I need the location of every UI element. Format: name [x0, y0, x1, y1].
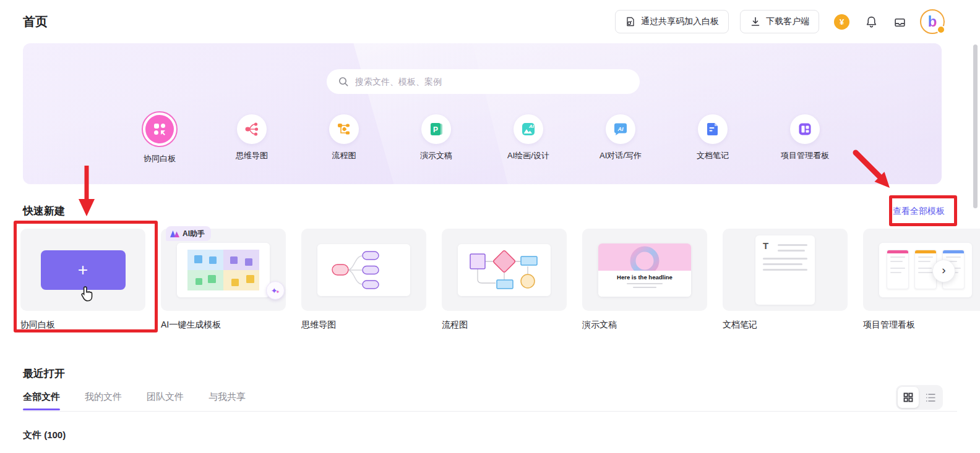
- slide-preview: Here is the headline: [598, 243, 691, 297]
- app-ai-design[interactable]: AI AI绘画/设计: [502, 111, 555, 164]
- plus-icon: +: [78, 261, 88, 279]
- recent-title: 最近打开: [23, 366, 65, 381]
- slide-hero-image: [598, 243, 691, 271]
- whiteboard-icon: [152, 122, 167, 137]
- avatar-badge-icon: [937, 25, 945, 34]
- print-icon: [893, 15, 906, 28]
- active-ring: [142, 111, 178, 147]
- download-client-label: 下载客户端: [766, 16, 809, 27]
- app-label: AI对话/写作: [600, 150, 642, 161]
- search-bar[interactable]: [327, 69, 640, 94]
- chevron-right-icon: ›: [942, 263, 945, 277]
- bell-icon: [865, 15, 878, 28]
- kanban-icon: [797, 122, 812, 137]
- carousel-next-button[interactable]: ›: [932, 260, 955, 282]
- app-label: 项目管理看板: [781, 150, 829, 161]
- tab-shared-with-me[interactable]: 与我共享: [208, 391, 246, 410]
- app-kanban[interactable]: 项目管理看板: [778, 111, 832, 164]
- svg-text:AI: AI: [617, 126, 624, 132]
- grid-view-icon: [903, 392, 913, 402]
- grid-view-button[interactable]: [898, 387, 919, 408]
- card-new-whiteboard[interactable]: + 协同白板: [20, 229, 145, 331]
- card-label: 协同白板: [20, 320, 145, 331]
- app-label: 协同白板: [144, 153, 176, 164]
- card-label: 演示文稿: [582, 320, 707, 331]
- card-label: 流程图: [442, 320, 567, 331]
- app-label: 流程图: [332, 150, 356, 161]
- quick-create-cards: + 协同白板 AI助手: [20, 229, 980, 331]
- search-icon: [338, 76, 349, 87]
- tab-my-files[interactable]: 我的文件: [85, 391, 122, 410]
- quick-create-title: 快速新建: [23, 204, 65, 218]
- vertical-scrollbar[interactable]: [973, 44, 978, 208]
- app-label: 演示文稿: [420, 150, 452, 161]
- svg-text:P: P: [433, 125, 438, 134]
- page-title: 首页: [23, 14, 48, 30]
- hand-cursor-icon: [80, 286, 95, 303]
- coin-icon[interactable]: ¥: [834, 14, 849, 30]
- ai-logo-icon: [170, 230, 179, 237]
- app-presentation[interactable]: P 演示文稿: [410, 111, 463, 164]
- doc-t-glyph: T: [763, 242, 768, 250]
- svg-text:AI: AI: [528, 124, 535, 129]
- list-view-icon: [926, 393, 936, 402]
- doc-line: [778, 244, 807, 246]
- card-presentation[interactable]: Here is the headline 演示文稿: [582, 229, 707, 331]
- app-ai-chat[interactable]: AI AI对话/写作: [594, 111, 647, 164]
- header-actions: 通过共享码加入白板 下载客户端 ¥ b: [615, 9, 945, 34]
- hero-banner: 协同白板 思维导图: [23, 43, 942, 184]
- ai-sparkle-button[interactable]: ✦ ✦: [266, 281, 285, 300]
- ai-chat-icon: AI: [612, 121, 629, 137]
- app-label: AI绘画/设计: [507, 150, 549, 161]
- slide-headline: Here is the headline: [617, 274, 673, 281]
- flowchart-icon: [336, 121, 352, 137]
- doc-line: [763, 258, 807, 260]
- ai-template-preview: [177, 243, 270, 297]
- card-flowchart[interactable]: 流程图: [442, 229, 567, 331]
- doc-notes-icon: [705, 122, 720, 137]
- slide-subline: [633, 287, 656, 288]
- tabs-divider: [23, 411, 957, 412]
- tab-all-files[interactable]: 全部文件: [23, 391, 60, 410]
- download-client-button[interactable]: 下载客户端: [740, 10, 819, 33]
- doc-line: [778, 250, 805, 252]
- card-mindmap[interactable]: 思维导图: [301, 229, 426, 331]
- search-input[interactable]: [355, 77, 629, 87]
- app-doc-notes[interactable]: 文档笔记: [686, 111, 739, 164]
- doc-line: [763, 269, 807, 271]
- app-whiteboard[interactable]: 协同白板: [133, 111, 186, 164]
- tab-team-files[interactable]: 团队文件: [147, 391, 184, 410]
- ai-badge-label: AI助手: [183, 229, 205, 239]
- recent-tabs: 全部文件 我的文件 团队文件 与我共享: [23, 391, 246, 410]
- slide-subline: [627, 283, 663, 284]
- kanban-column: [887, 250, 909, 289]
- app-label: 文档笔记: [697, 150, 729, 161]
- card-ai-template[interactable]: AI助手 ✦ ✦ AI一键生成模板: [161, 229, 286, 331]
- join-by-code-button[interactable]: 通过共享码加入白板: [615, 10, 729, 33]
- card-doc-notes[interactable]: T 文档笔记: [723, 229, 848, 331]
- mindmap-icon: [244, 121, 260, 137]
- sparkle-icon-small: ✦: [276, 290, 280, 295]
- coin-symbol: ¥: [840, 17, 844, 27]
- card-label: 思维导图: [301, 320, 426, 331]
- avatar[interactable]: b: [920, 9, 945, 34]
- app-label: 思维导图: [236, 150, 268, 161]
- print-button[interactable]: [893, 15, 906, 28]
- view-all-templates-link[interactable]: 查看全部模板: [893, 206, 945, 217]
- card-label: 文档笔记: [723, 320, 848, 331]
- view-mode-toggle: [896, 385, 943, 410]
- notifications-button[interactable]: [865, 15, 878, 28]
- flowchart-preview: [458, 244, 551, 296]
- share-code-icon: [625, 16, 636, 27]
- app-flowchart[interactable]: 流程图: [317, 111, 371, 164]
- join-by-code-label: 通过共享码加入白板: [641, 16, 719, 27]
- doc-line: [763, 263, 802, 265]
- ai-assistant-badge: AI助手: [166, 226, 211, 241]
- app-type-row: 协同白板 思维导图: [23, 111, 942, 164]
- app-mindmap[interactable]: 思维导图: [225, 111, 278, 164]
- list-view-button[interactable]: [920, 387, 941, 408]
- doc-preview: T: [755, 235, 815, 305]
- kanban-preview: [879, 243, 972, 297]
- new-whiteboard-plus-button[interactable]: +: [41, 250, 126, 290]
- card-kanban[interactable]: 项目管理看板: [863, 229, 980, 331]
